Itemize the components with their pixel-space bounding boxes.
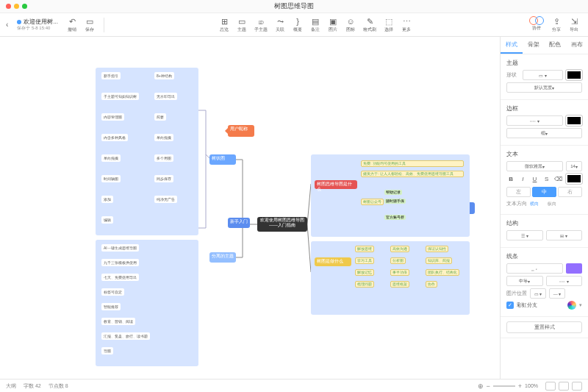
mind-node[interactable]: 协作 [426,281,437,288]
font-select[interactable]: 微软雅黑 ▾ [506,161,563,171]
imgsize-select[interactable]: — ▾ [549,288,565,299]
export-button[interactable]: ⇲导出 [566,15,582,35]
mind-node[interactable]: 解放思维 [355,246,374,252]
mind-node[interactable]: 教育、营销、阅读 [101,318,135,325]
node-cluster-left-1[interactable]: 新手指引8+种结构子主题可知如知识树无水印导出内容管理图简要内含多种风格单向拖拽… [96,68,198,235]
central-node[interactable]: 欢迎使用树图思维导图 ——入门指南 [257,217,307,232]
mind-node[interactable]: 内容管理图 [101,113,124,121]
mind-node[interactable]: 官方账号群 [384,215,406,220]
mind-node[interactable]: 多个用图 [154,154,173,162]
collab-button[interactable]: 协作 [526,15,547,35]
shape-select[interactable]: ▭ ▾ [523,70,563,80]
mind-node[interactable]: 汇报、复盘、旅行、读书题 [101,332,150,340]
align-right[interactable]: 右 [558,187,582,197]
tab-color[interactable]: 配色 [545,37,567,54]
mind-node[interactable]: 思维框架 [390,281,409,288]
mind-node[interactable]: 单向拖拽 [154,134,173,141]
mind-node[interactable]: 8+种结构 [154,72,174,79]
mind-node[interactable]: 子主题可知如知识树 [101,93,139,100]
line-color[interactable] [566,263,582,274]
relation-button[interactable]: ⤳关联 [272,15,288,35]
note-button[interactable]: ▤备注 [307,15,323,35]
summary-button[interactable]: }概要 [290,15,306,35]
textdir-vert[interactable]: 纵向 [548,201,556,207]
node-branch-1[interactable]: 树状图 [209,154,236,165]
mind-node[interactable]: 高效沟通 [390,246,409,252]
mind-node[interactable]: 标签可自定 [101,288,124,296]
rainbow-checkbox[interactable]: ✓ [506,302,514,309]
maximize-window[interactable] [22,4,27,9]
mind-node[interactable]: 导图 [101,347,113,354]
border-color[interactable] [566,115,582,126]
mind-node[interactable]: 媲美力于: 让人人都轻松、高效、免费使用思维导图工具 [361,171,464,177]
topic-button[interactable]: ▭主题 [234,15,250,35]
bold-button[interactable]: B [506,174,515,184]
mind-node[interactable]: 添加 [101,196,113,203]
border-style[interactable]: ┄┄ ▾ [506,115,563,126]
line-dash[interactable]: ┄┄ ▾ [546,276,583,286]
mind-node[interactable]: 知识库、简报 [426,257,452,264]
more-button[interactable]: ⋯更多 [398,15,415,35]
mind-node[interactable]: 单向拖拽 [101,154,121,162]
mouse-mode-icon[interactable]: ⊕ [478,382,484,390]
tab-canvas[interactable]: 画布 [566,37,588,54]
structure-select-2[interactable]: ⊞ ▾ [546,230,583,240]
align-left[interactable]: 左 [506,187,531,197]
mind-node[interactable]: 树图公众号 [361,199,384,205]
back-button[interactable]: ‹ [6,21,11,29]
mind-node[interactable]: 团队执行、结构化 [426,269,459,276]
align-center[interactable]: 中 [532,187,556,197]
share-button[interactable]: ⇪分享 [548,15,564,35]
node-cluster-right-1[interactable]: 免费: 功能均可使用的工具 媲美力于: 让人人都轻松、高效、免费使用思维导图工具… [311,154,470,237]
close-window[interactable] [6,4,11,9]
icon-button[interactable]: ☺图标 [343,15,359,35]
overview-button[interactable]: ⊞总览 [216,15,232,35]
mind-node[interactable]: 免费: 功能均可使用的工具 [361,160,464,167]
mind-node[interactable]: 事半功倍 [390,269,409,276]
zoom-out-button[interactable]: − [487,382,490,390]
structure-select-1[interactable]: ☰ ▾ [506,230,543,240]
undo-button[interactable]: ↶撤销 [64,15,80,35]
formatbrush-button[interactable]: ✎格式刷 [360,15,379,35]
outline-toggle[interactable]: 大纲 [6,382,16,390]
tab-skeleton[interactable]: 骨架 [523,37,545,54]
mind-node[interactable]: 内含多种风格 [101,134,128,141]
node-branch-2[interactable]: 分离的主题 [209,252,236,263]
mind-node[interactable]: 时间轴图 [101,175,121,182]
mind-node[interactable]: 无水印导出 [154,93,177,100]
line-style[interactable]: ⎯ ▾ [506,263,563,274]
save-button[interactable]: ▭保存 [82,15,98,35]
mind-node[interactable]: 同步保存 [154,175,173,182]
user-tag-1[interactable]: 用户昵称 [228,125,254,137]
minimap-button[interactable] [559,382,569,391]
strike-button[interactable]: S [542,174,551,184]
zoom-slider[interactable] [493,385,515,387]
textdir-horiz[interactable]: 横向 [530,201,539,207]
node-yellow-label[interactable]: 树图是做什么 [315,257,351,266]
underline-button[interactable]: U [530,174,539,184]
mindmap-canvas[interactable]: 新手指引8+种结构子主题可知如知识树无水印导出内容管理图简要内含多种风格单向拖拽… [0,37,500,379]
mind-node[interactable]: 梳理问题 [355,281,374,288]
text-color[interactable] [566,174,582,184]
imgpos-select[interactable]: ▭ ▾ [530,288,546,299]
fit-view-button[interactable] [545,382,556,391]
mind-node[interactable]: 随时随手保 [384,199,406,204]
tab-style[interactable]: 样式 [501,37,523,54]
node-cluster-right-2[interactable]: 解放思维高效沟通保证认知性学习工具分析图知识库、简报解放记忆事半功倍团队执行、结… [311,241,470,315]
mind-node[interactable]: AI一键生成思维导图 [101,244,139,252]
node-cluster-left-2[interactable]: AI一键生成思维导图九千三张模板供使用七天、免费使用导出标签可自定智能推荐教育、… [96,240,198,366]
italic-button[interactable]: I [518,174,527,184]
fullscreen-button[interactable] [572,382,582,391]
mind-node[interactable]: 学习工具 [355,257,374,264]
subtopic-button[interactable]: ⎄子主题 [251,15,270,35]
zoom-in-button[interactable]: + [518,382,522,390]
mind-node[interactable]: 纯净无广告 [154,196,177,203]
line-width[interactable]: 中等 ▾ [506,276,543,286]
clear-format-button[interactable]: ⌫ [554,174,563,184]
mind-node[interactable]: 解放记忆 [355,269,374,276]
width-select[interactable]: 默认宽度 ▾ [506,82,582,93]
mind-node[interactable]: 七天、免费使用导出 [101,274,139,281]
mind-node[interactable]: 帮助记录 [384,190,402,195]
node-red-label[interactable]: 树图思维导图是什么 [315,180,357,189]
mind-node[interactable]: 新手指引 [101,72,121,79]
